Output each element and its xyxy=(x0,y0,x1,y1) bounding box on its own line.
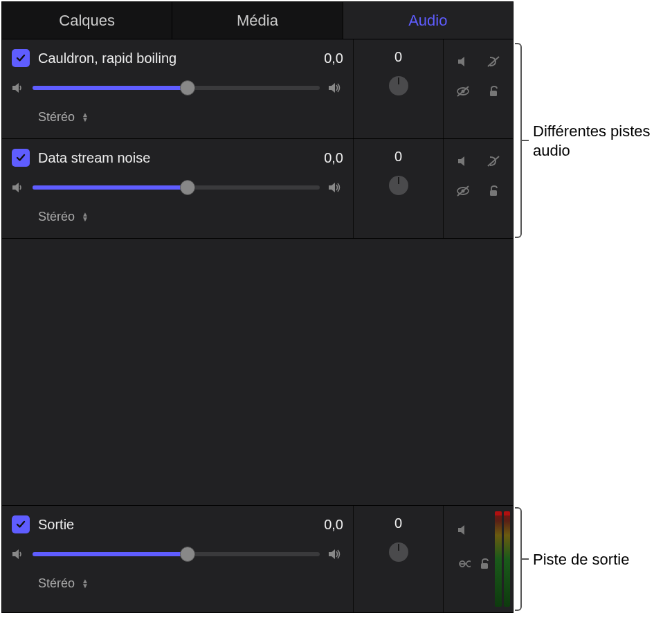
check-icon xyxy=(15,53,26,64)
output-level-meter xyxy=(495,511,510,607)
volume-slider[interactable] xyxy=(33,86,320,90)
stepper-icon[interactable]: ▲▼ xyxy=(82,112,89,122)
audio-track-row[interactable]: Data stream noise 0,0 Stér xyxy=(2,139,513,239)
audio-tracks-list: Cauldron, rapid boiling 0,0 xyxy=(2,39,513,239)
audio-track-row[interactable]: Cauldron, rapid boiling 0,0 xyxy=(2,39,513,139)
pan-knob[interactable] xyxy=(389,76,408,95)
pan-value[interactable]: 0 xyxy=(394,49,402,65)
svg-rect-9 xyxy=(490,190,497,196)
pan-value[interactable]: 0 xyxy=(394,515,402,531)
slider-fill xyxy=(33,86,188,90)
output-mode-select[interactable]: Stéréo xyxy=(38,110,75,125)
annotation-line xyxy=(522,558,529,560)
track-main: Cauldron, rapid boiling 0,0 xyxy=(2,39,354,138)
track-pan-section: 0 xyxy=(354,39,444,138)
lock-icon[interactable] xyxy=(487,85,500,98)
svg-rect-11 xyxy=(481,563,488,569)
track-name-label[interactable]: Cauldron, rapid boiling xyxy=(38,51,293,66)
volume-high-icon xyxy=(327,81,343,95)
pan-value[interactable]: 0 xyxy=(394,149,402,165)
audio-panel: Calques Média Audio Cauldron, rapid boil… xyxy=(1,1,514,613)
volume-low-icon xyxy=(10,81,26,95)
slider-thumb[interactable] xyxy=(180,180,195,195)
solo-icon[interactable] xyxy=(486,155,501,167)
track-pan-section: 0 xyxy=(354,506,444,612)
output-track-row[interactable]: Sortie 0,0 Stéréo ▲▼ 0 xyxy=(2,505,513,612)
annotation-output-label: Piste de sortie xyxy=(533,550,629,569)
slider-fill xyxy=(33,552,188,556)
slider-thumb[interactable] xyxy=(180,80,195,95)
track-name-label[interactable]: Sortie xyxy=(38,517,293,533)
output-mode-select[interactable]: Stéréo xyxy=(38,576,75,591)
volume-slider[interactable] xyxy=(33,185,320,190)
solo-icon[interactable] xyxy=(486,55,501,68)
volume-low-icon xyxy=(10,181,26,194)
lock-icon[interactable] xyxy=(487,185,500,197)
check-icon xyxy=(15,152,26,163)
track-enable-checkbox[interactable] xyxy=(12,515,30,533)
track-enable-checkbox[interactable] xyxy=(12,49,30,67)
volume-high-icon xyxy=(327,547,343,561)
output-mode-select[interactable]: Stéréo xyxy=(38,210,75,224)
track-level-value[interactable]: 0,0 xyxy=(302,517,343,533)
check-icon xyxy=(15,519,26,530)
visibility-icon[interactable] xyxy=(455,85,471,98)
slider-fill xyxy=(33,185,188,190)
track-enable-checkbox[interactable] xyxy=(12,149,30,167)
pan-knob[interactable] xyxy=(389,542,408,562)
track-controls xyxy=(444,139,513,238)
link-icon[interactable] xyxy=(455,559,471,569)
annotation-bracket xyxy=(515,43,522,238)
track-name-label[interactable]: Data stream noise xyxy=(38,150,293,166)
output-controls xyxy=(444,506,513,612)
panel-tabs: Calques Média Audio xyxy=(2,2,513,39)
tab-layers[interactable]: Calques xyxy=(2,2,172,39)
annotation-tracks-label: Différentes pistes audio xyxy=(533,122,672,161)
track-level-value[interactable]: 0,0 xyxy=(302,51,343,66)
volume-low-icon xyxy=(10,547,26,561)
track-main: Sortie 0,0 Stéréo ▲▼ xyxy=(2,506,354,612)
tab-audio[interactable]: Audio xyxy=(343,2,513,39)
stepper-icon[interactable]: ▲▼ xyxy=(82,578,89,588)
slider-thumb[interactable] xyxy=(180,547,195,562)
svg-rect-4 xyxy=(490,91,497,96)
volume-high-icon xyxy=(327,181,343,194)
tab-media[interactable]: Média xyxy=(172,2,343,39)
annotation-line xyxy=(522,140,529,141)
mute-icon[interactable] xyxy=(456,155,470,167)
visibility-icon[interactable] xyxy=(455,185,471,197)
annotation-bracket xyxy=(515,507,522,611)
lock-icon[interactable] xyxy=(478,558,491,570)
mute-icon[interactable] xyxy=(456,524,470,536)
empty-tracks-area xyxy=(2,239,513,505)
mute-icon[interactable] xyxy=(456,55,470,68)
pan-knob[interactable] xyxy=(389,176,408,195)
volume-slider[interactable] xyxy=(33,552,320,556)
track-main: Data stream noise 0,0 Stér xyxy=(2,139,354,238)
track-controls xyxy=(444,39,513,138)
track-level-value[interactable]: 0,0 xyxy=(302,150,343,166)
track-pan-section: 0 xyxy=(354,139,444,238)
stepper-icon[interactable]: ▲▼ xyxy=(82,212,89,221)
